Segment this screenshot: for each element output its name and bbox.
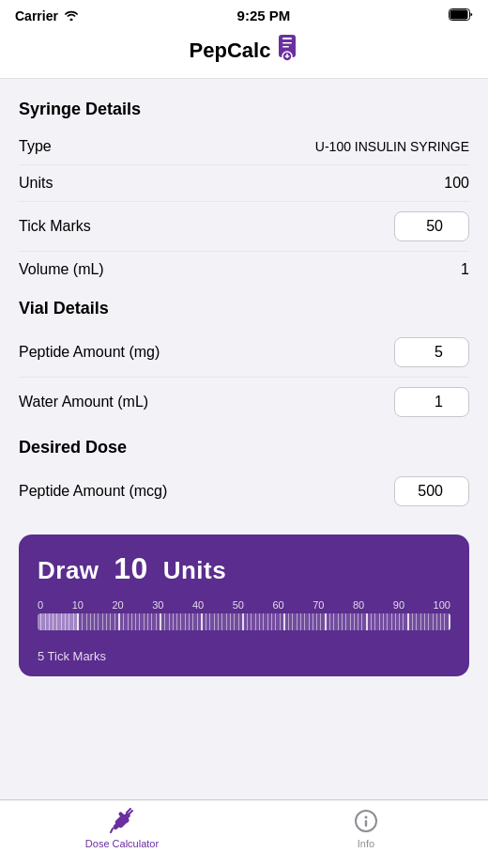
info-icon (353, 808, 379, 834)
vial-details-rows: Peptide Amount (mg) Water Amount (mL) (19, 328, 469, 426)
svg-rect-4 (282, 42, 292, 44)
app-title-text: PepCalc (190, 39, 271, 63)
syringe-details-section: Syringe Details Type U-100 INSULIN SYRIN… (19, 100, 469, 287)
type-value: U-100 INSULIN SYRINGE (315, 139, 469, 154)
battery-icon (449, 8, 473, 23)
tab-bar: Dose Calculator Info (0, 799, 488, 868)
scale-label-70: 70 (313, 599, 324, 611)
scale-label-100: 100 (434, 599, 450, 611)
volume-value: 1 (461, 261, 469, 278)
desired-dose-rows: Peptide Amount (mcg) (19, 467, 469, 516)
svg-rect-1 (450, 9, 468, 19)
scale-bar: (function(){ const container = document.… (38, 613, 450, 630)
scale-label-40: 40 (192, 599, 204, 611)
tab-dose-calculator-label: Dose Calculator (85, 838, 159, 849)
svg-rect-8 (285, 55, 290, 57)
scale-labels: 0 10 20 30 40 50 60 70 80 90 100 (38, 599, 450, 611)
app-title-icon (276, 35, 298, 67)
dose-peptide-input[interactable] (394, 476, 469, 506)
water-amount-row: Water Amount (mL) (19, 378, 469, 426)
svg-rect-22 (365, 820, 367, 827)
vial-details-header: Vial Details (19, 299, 469, 318)
draw-card: Draw 10 Units 0 10 20 30 40 50 60 70 80 … (19, 535, 469, 676)
scale-bar-container: (function(){ const container = document.… (38, 613, 450, 643)
draw-title: Draw 10 Units (38, 551, 450, 586)
carrier-text: Carrier (15, 8, 58, 23)
volume-row: Volume (mL) 1 (19, 252, 469, 287)
tick-marks-footer: 5 Tick Marks (38, 649, 450, 663)
units-value: 100 (444, 175, 469, 192)
app-title-bar: PepCalc (0, 27, 488, 79)
app-title: PepCalc (190, 35, 299, 67)
water-amount-label: Water Amount (mL) (19, 394, 148, 411)
draw-unit: Units (163, 556, 227, 584)
peptide-amount-input[interactable] (394, 337, 469, 367)
main-content: Syringe Details Type U-100 INSULIN SYRIN… (0, 79, 488, 799)
status-carrier: Carrier (15, 8, 79, 23)
svg-rect-3 (282, 38, 292, 39)
tick-marks-input[interactable] (394, 211, 469, 241)
draw-number: 10 (114, 551, 148, 585)
status-time: 9:25 PM (237, 8, 291, 23)
status-bar: Carrier 9:25 PM (0, 0, 488, 27)
dose-peptide-label: Peptide Amount (mcg) (19, 483, 167, 500)
tick-marks: (function(){ const container = document.… (38, 613, 450, 630)
peptide-amount-row: Peptide Amount (mg) (19, 328, 469, 378)
water-amount-input[interactable] (394, 387, 469, 417)
scale-label-60: 60 (272, 599, 283, 611)
wifi-icon (64, 8, 79, 23)
units-label: Units (19, 175, 53, 192)
dose-peptide-row: Peptide Amount (mcg) (19, 467, 469, 516)
vial-details-section: Vial Details Peptide Amount (mg) Water A… (19, 299, 469, 426)
desired-dose-header: Desired Dose (19, 438, 469, 457)
svg-line-13 (111, 829, 113, 832)
draw-label: Draw (38, 556, 99, 584)
syringe-details-header: Syringe Details (19, 100, 469, 119)
svg-point-21 (365, 816, 368, 819)
tab-info-label: Info (358, 838, 374, 849)
svg-rect-5 (282, 46, 289, 48)
scale-label-90: 90 (393, 599, 404, 611)
tick-marks-row: Tick Marks (19, 202, 469, 252)
syringe-icon (109, 808, 135, 834)
scale-label-30: 30 (152, 599, 163, 611)
tick-marks-label: Tick Marks (19, 218, 91, 235)
syringe-details-rows: Type U-100 INSULIN SYRINGE Units 100 Tic… (19, 129, 469, 287)
volume-label: Volume (mL) (19, 261, 104, 278)
tab-dose-calculator[interactable]: Dose Calculator (0, 808, 244, 849)
type-row: Type U-100 INSULIN SYRINGE (19, 129, 469, 165)
units-row: Units 100 (19, 165, 469, 202)
status-battery (449, 8, 473, 23)
scale-label-50: 50 (233, 599, 244, 611)
peptide-amount-label: Peptide Amount (mg) (19, 344, 160, 361)
desired-dose-section: Desired Dose Peptide Amount (mcg) (19, 438, 469, 516)
scale-label-10: 10 (72, 599, 84, 611)
tab-info[interactable]: Info (244, 808, 488, 849)
scale-label-0: 0 (38, 599, 43, 611)
scale-label-80: 80 (353, 599, 364, 611)
type-label: Type (19, 138, 52, 155)
tick-99 (445, 613, 450, 630)
scale-label-20: 20 (112, 599, 123, 611)
